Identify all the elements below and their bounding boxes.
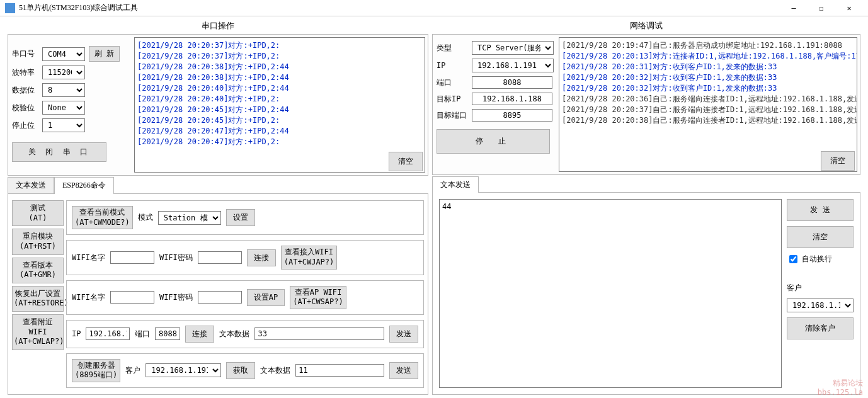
window-title: 51单片机(STM32F103)综合调试工具 <box>19 3 780 13</box>
wifi-name-label: WIFI名字 <box>72 253 105 263</box>
net-panel: 类型 TCP Server(服务端) IP 192.168.1.191 端口 目… <box>432 34 860 175</box>
create-server-button[interactable]: 创建服务器(8895端口) <box>72 359 120 382</box>
serial-clear-button[interactable]: 清空 <box>389 152 423 171</box>
stopbits-select[interactable]: 1 <box>42 118 85 132</box>
serial-log[interactable]: [2021/9/28 20:20:37]对方:+IPD,2:[2021/9/28… <box>134 37 425 173</box>
client-label: 客户 <box>125 365 140 376</box>
text-data-input-2[interactable] <box>295 364 384 377</box>
ap-pwd-label: WIFI密码 <box>159 292 193 303</box>
close-serial-button[interactable]: 关 闭 串 口 <box>12 142 106 162</box>
maximize-button[interactable]: ☐ <box>808 1 835 16</box>
net-header: 网络调试 <box>432 19 860 34</box>
parity-select[interactable]: None <box>42 101 85 115</box>
send-text-2-button[interactable]: 发送 <box>389 362 418 379</box>
mode-label: 模式 <box>138 212 153 223</box>
target-ip-label: 目标IP <box>437 94 472 105</box>
net-port-label: 端口 <box>437 77 472 88</box>
serial-header: 串口操作 <box>8 19 428 34</box>
ap-pwd-input[interactable] <box>198 291 242 304</box>
target-port-label: 目标端口 <box>437 110 472 121</box>
baud-label: 波特率 <box>12 67 42 78</box>
target-port-input[interactable] <box>472 109 552 122</box>
set-ap-button[interactable]: 设置AP <box>247 289 285 306</box>
titlebar: 51单片机(STM32F103)综合调试工具 — ☐ ✕ <box>0 0 868 16</box>
at-version-button[interactable]: 查看版本(AT+GMR) <box>12 258 64 283</box>
serial-panel: 串口号 COM4 刷 新 波特率 115200 数据位 8 校验位 None <box>8 34 428 176</box>
net-stop-button[interactable]: 停 止 <box>437 129 550 154</box>
refresh-button[interactable]: 刷 新 <box>89 46 120 62</box>
port-select[interactable]: COM4 <box>42 47 85 61</box>
clear-client-button[interactable]: 清除客户 <box>787 317 854 339</box>
net-ip-label: IP <box>437 61 472 70</box>
send-button[interactable]: 发 送 <box>787 199 854 221</box>
text-data-input-1[interactable] <box>254 327 384 340</box>
esp-port-input[interactable] <box>155 327 180 340</box>
net-type-label: 类型 <box>437 43 472 54</box>
databits-label: 数据位 <box>12 85 42 96</box>
parity-label: 校验位 <box>12 103 42 113</box>
client-select[interactable]: 192.168.1.191 <box>146 363 221 377</box>
net-ip-select[interactable]: 192.168.1.191 <box>472 59 554 72</box>
wifi-pwd-input[interactable] <box>198 251 242 264</box>
connect-wifi-button[interactable]: 连接 <box>247 249 276 266</box>
esp-ip-label: IP <box>72 329 81 338</box>
ap-name-input[interactable] <box>110 291 154 304</box>
baud-select[interactable]: 115200 <box>42 65 85 79</box>
wifi-pwd-label: WIFI密码 <box>159 253 193 263</box>
close-button[interactable]: ✕ <box>835 1 863 16</box>
port-label: 串口号 <box>12 48 42 59</box>
net-port-input[interactable] <box>472 76 552 89</box>
net-type-select[interactable]: TCP Server(服务端) <box>472 41 554 55</box>
send-text-1-button[interactable]: 发送 <box>389 326 418 343</box>
send-client-select[interactable]: 192.168.1.188 <box>787 298 854 312</box>
tab-text-send[interactable]: 文本发送 <box>8 177 54 194</box>
esp-port-label: 端口 <box>135 329 150 339</box>
databits-select[interactable]: 8 <box>42 83 85 97</box>
autowrap-label: 自动换行 <box>802 254 832 264</box>
check-ap-wifi-button[interactable]: 查看AP WIFI(AT+CWSAP?) <box>290 286 346 309</box>
tab-right-text-send[interactable]: 文本发送 <box>432 176 479 193</box>
client-section-label: 客户 <box>787 283 854 293</box>
get-client-button[interactable]: 获取 <box>226 362 255 379</box>
send-tab-body: 发 送 清空 自动换行 客户 192.168.1.188 清除客户 <box>432 192 860 395</box>
esp-tab-body: 测试(AT) 重启模块(AT+RST) 查看版本(AT+GMR) 恢复出厂设置(… <box>8 193 428 395</box>
set-mode-button[interactable]: 设置 <box>226 209 255 226</box>
app-icon <box>5 3 15 13</box>
ap-name-label: WIFI名字 <box>72 292 105 303</box>
at-restore-button[interactable]: 恢复出厂设置(AT+RESTORE) <box>12 286 64 312</box>
minimize-button[interactable]: — <box>780 1 808 16</box>
autowrap-checkbox[interactable] <box>789 255 797 263</box>
at-scan-wifi-button[interactable]: 查看附近WIFI(AT+CWLAP?) <box>12 314 64 350</box>
tab-esp8266[interactable]: ESP8266命令 <box>54 177 114 194</box>
send-clear-button[interactable]: 清空 <box>787 226 854 248</box>
esp-ip-input[interactable] <box>86 327 130 340</box>
mode-select[interactable]: Station 模式 <box>158 211 221 225</box>
stopbits-label: 停止位 <box>12 120 42 131</box>
at-test-button[interactable]: 测试(AT) <box>12 200 64 226</box>
esp-connect-button[interactable]: 连接 <box>185 326 214 343</box>
at-restart-button[interactable]: 重启模块(AT+RST) <box>12 229 64 254</box>
target-ip-input[interactable] <box>472 93 552 105</box>
net-clear-button[interactable]: 清空 <box>821 151 855 171</box>
check-conn-wifi-button[interactable]: 查看接入WIFI(AT+CWJAP?) <box>281 246 337 269</box>
wifi-name-input[interactable] <box>110 251 154 264</box>
text-data-label-2: 文本数据 <box>260 365 290 376</box>
text-data-label: 文本数据 <box>219 329 249 339</box>
check-mode-button[interactable]: 查看当前模式(AT+CWMODE?) <box>72 206 133 229</box>
send-textarea[interactable] <box>439 199 782 388</box>
net-log[interactable]: [2021/9/28 20:19:47]自己:服务器启动成功绑定地址:192.1… <box>559 37 857 172</box>
